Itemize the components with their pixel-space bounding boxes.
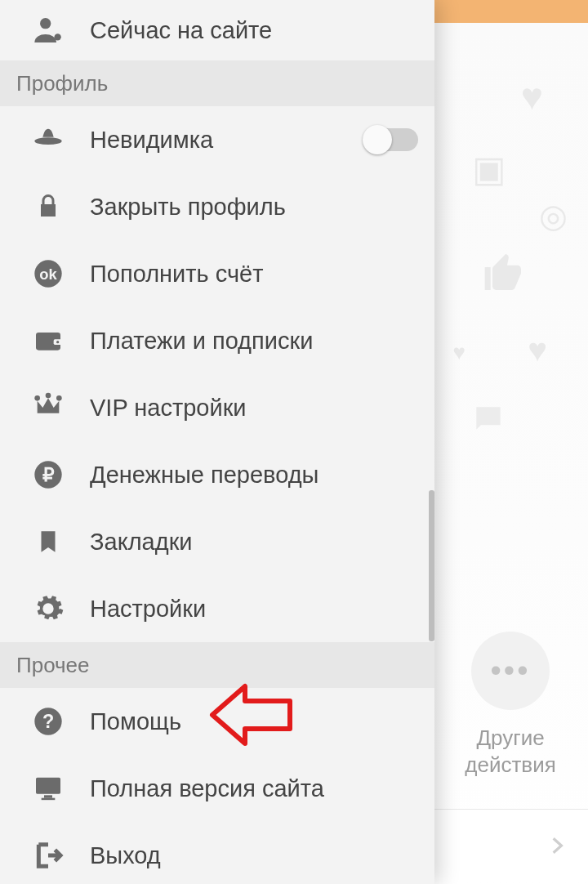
ok-coin-icon: ok bbox=[24, 257, 72, 290]
crown-icon bbox=[24, 391, 72, 424]
sidebar-item-online-now[interactable]: Сейчас на сайте bbox=[0, 0, 434, 60]
sidebar-item-vip[interactable]: VIP настройки bbox=[0, 374, 434, 441]
svg-point-10 bbox=[56, 395, 62, 401]
hat-icon bbox=[24, 123, 72, 156]
bookmark-icon bbox=[24, 525, 72, 558]
section-header-profile: Профиль bbox=[0, 60, 434, 106]
speech-bubble-icon bbox=[470, 401, 506, 437]
sidebar-item-topup[interactable]: ok Пополнить счёт bbox=[0, 240, 434, 307]
sidebar-item-full-site[interactable]: Полная версия сайта bbox=[0, 755, 434, 822]
heart-icon: ♥ bbox=[521, 74, 543, 118]
sidebar-item-close-profile[interactable]: Закрыть профиль bbox=[0, 173, 434, 240]
other-actions-label: Другие действия bbox=[449, 725, 572, 778]
svg-point-2 bbox=[34, 137, 61, 145]
section-header-other: Прочее bbox=[0, 642, 434, 688]
wallet-icon bbox=[24, 324, 72, 357]
picture-icon: ▣ bbox=[472, 148, 506, 190]
svg-text:ok: ok bbox=[39, 266, 57, 283]
sidebar-item-invisible[interactable]: Невидимка bbox=[0, 106, 434, 173]
svg-rect-17 bbox=[42, 798, 56, 801]
svg-point-8 bbox=[34, 395, 40, 401]
sidebar-item-payments[interactable]: Платежи и подписки bbox=[0, 307, 434, 374]
side-drawer: Сейчас на сайте Профиль Невидимка Закрыт… bbox=[0, 0, 434, 884]
sidebar-item-label: Настройки bbox=[90, 596, 206, 623]
sidebar-item-transfers[interactable]: ₽ Денежные переводы bbox=[0, 441, 434, 508]
sidebar-item-bookmarks[interactable]: Закладки bbox=[0, 508, 434, 575]
svg-point-0 bbox=[40, 18, 51, 29]
sidebar-item-settings[interactable]: Настройки bbox=[0, 575, 434, 642]
help-icon: ? bbox=[24, 705, 72, 738]
svg-point-7 bbox=[56, 341, 59, 343]
svg-point-9 bbox=[46, 393, 51, 399]
sidebar-item-label: Пополнить счёт bbox=[90, 261, 263, 288]
monitor-icon bbox=[24, 772, 72, 805]
sidebar-item-label: Сейчас на сайте bbox=[90, 17, 272, 44]
other-actions-button[interactable]: ••• Другие действия bbox=[449, 632, 572, 778]
heart-icon: ♥ bbox=[528, 332, 547, 368]
sidebar-item-label: Денежные переводы bbox=[90, 462, 318, 489]
chevron-right-icon bbox=[546, 828, 568, 863]
svg-text:?: ? bbox=[42, 711, 54, 732]
svg-point-1 bbox=[55, 33, 61, 40]
svg-text:₽: ₽ bbox=[42, 464, 55, 485]
heart-icon: ♥ bbox=[453, 340, 466, 365]
sidebar-item-label: VIP настройки bbox=[90, 395, 247, 422]
sidebar-item-logout[interactable]: Выход bbox=[0, 822, 434, 884]
drawer-scrollbar[interactable] bbox=[429, 490, 434, 641]
gear-icon bbox=[24, 592, 72, 625]
compass-icon: ◎ bbox=[539, 197, 568, 234]
sidebar-item-label: Закрыть профиль bbox=[90, 194, 286, 221]
sidebar-item-label: Полная версия сайта bbox=[90, 775, 324, 802]
lock-icon bbox=[24, 190, 72, 223]
logout-icon bbox=[24, 839, 72, 872]
background-decor-icons: ♥ ▣ ◎ ♥ ♥ bbox=[433, 46, 588, 454]
invisible-toggle[interactable] bbox=[364, 128, 418, 151]
svg-rect-16 bbox=[44, 795, 52, 797]
sidebar-item-label: Невидимка bbox=[90, 127, 213, 154]
ruble-icon: ₽ bbox=[24, 458, 72, 491]
thumb-up-icon bbox=[481, 250, 527, 296]
sidebar-item-label: Выход bbox=[90, 842, 161, 869]
sidebar-item-help[interactable]: ? Помощь bbox=[0, 688, 434, 755]
more-dots-icon: ••• bbox=[471, 632, 550, 710]
sidebar-item-label: Закладки bbox=[90, 529, 193, 556]
user-online-icon bbox=[24, 14, 72, 47]
sidebar-item-label: Помощь bbox=[90, 708, 181, 735]
svg-rect-15 bbox=[36, 778, 60, 794]
sidebar-item-label: Платежи и подписки bbox=[90, 328, 313, 355]
